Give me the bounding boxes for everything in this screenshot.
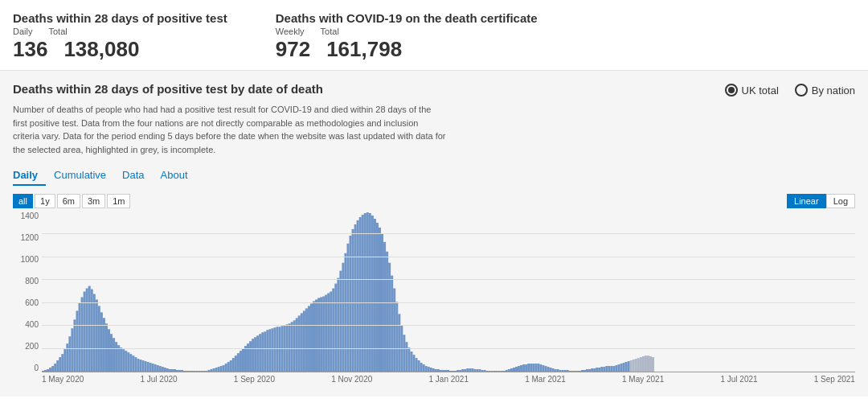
stat-value-total-0: 138,080: [63, 37, 139, 62]
chart-description: Number of deaths of people who had had a…: [13, 103, 447, 156]
y-label-400: 400: [25, 320, 39, 329]
y-label-1400: 1400: [21, 212, 39, 220]
x-label-mar-2021: 1 Mar 2021: [525, 375, 566, 384]
y-label-0: 0: [34, 364, 39, 372]
stat-title-1: Deaths with COVID-19 on the death certif…: [276, 11, 538, 25]
x-label-jan-2021: 1 Jan 2021: [429, 375, 469, 384]
x-label-jul-2020: 1 Jul 2020: [140, 375, 177, 384]
stat-value-weekly: 972: [276, 37, 310, 62]
tab-cumulative[interactable]: Cumulative: [46, 166, 114, 186]
x-label-sep-2020: 1 Sep 2020: [234, 375, 275, 384]
view-mode-radio-group: UK total By nation: [725, 82, 855, 97]
tab-data[interactable]: Data: [114, 166, 152, 186]
scale-btn-log[interactable]: Log: [826, 194, 855, 208]
chart-title: Deaths within 28 days of positive test b…: [13, 82, 323, 96]
stat-labels-0: Daily Total: [13, 27, 227, 36]
y-label-1000: 1000: [21, 255, 39, 264]
scale-buttons: Linear Log: [787, 194, 855, 208]
radio-by-nation[interactable]: By nation: [795, 84, 855, 97]
radio-label-by-nation: By nation: [812, 84, 855, 97]
chart-section: Deaths within 28 days of positive test b…: [0, 71, 868, 397]
time-btn-1y[interactable]: 1y: [35, 194, 55, 208]
y-label-800: 800: [25, 277, 39, 286]
stat-value-daily: 136: [13, 37, 47, 62]
x-label-nov-2020: 1 Nov 2020: [331, 375, 372, 384]
chart-area: 1400 1200 1000 800 600 400 200 0: [13, 212, 855, 397]
time-btn-all[interactable]: all: [13, 194, 33, 208]
y-label-1200: 1200: [21, 233, 39, 242]
stat-block-1: Deaths with COVID-19 on the death certif…: [276, 11, 538, 62]
radio-label-uk-total: UK total: [742, 84, 779, 97]
chart-inner: [42, 212, 855, 372]
tab-about[interactable]: About: [153, 166, 196, 186]
stat-value-total-1: 161,798: [326, 37, 402, 62]
time-btn-6m[interactable]: 6m: [57, 194, 80, 208]
stat-values-0: 136 138,080: [13, 37, 227, 62]
y-label-200: 200: [25, 342, 39, 351]
radio-uk-total[interactable]: UK total: [725, 84, 779, 97]
x-label-jul-2021: 1 Jul 2021: [720, 375, 757, 384]
stat-label-daily: Daily: [13, 27, 32, 36]
x-label-may-2021: 1 May 2021: [622, 375, 664, 384]
time-btn-3m[interactable]: 3m: [82, 194, 105, 208]
gridlines: [42, 212, 855, 372]
stat-label-total-0: Total: [48, 27, 67, 36]
stat-title-0: Deaths within 28 days of positive test: [13, 11, 227, 25]
x-axis: 1 May 2020 1 Jul 2020 1 Sep 2020 1 Nov 2…: [42, 372, 855, 390]
x-label-may-2020: 1 May 2020: [42, 375, 84, 384]
time-buttons: all 1y 6m 3m 1m: [13, 194, 130, 208]
y-axis: 1400 1200 1000 800 600 400 200 0: [13, 212, 42, 372]
scale-btn-linear[interactable]: Linear: [787, 194, 826, 208]
time-controls: all 1y 6m 3m 1m Linear Log: [13, 194, 855, 208]
stat-values-1: 972 161,798: [276, 37, 538, 62]
tab-daily[interactable]: Daily: [13, 166, 46, 186]
stat-label-total-1: Total: [321, 27, 339, 36]
radio-circle-by-nation: [795, 84, 808, 97]
stat-labels-1: Weekly Total: [276, 27, 538, 36]
top-stats-section: Deaths within 28 days of positive test D…: [0, 0, 868, 71]
chart-header: Deaths within 28 days of positive test b…: [13, 82, 855, 97]
radio-circle-uk-total: [725, 84, 738, 97]
y-label-600: 600: [25, 298, 39, 307]
chart-tabs: Daily Cumulative Data About: [13, 166, 855, 186]
time-btn-1m[interactable]: 1m: [107, 194, 130, 208]
stat-block-0: Deaths within 28 days of positive test D…: [13, 11, 227, 62]
stat-label-weekly: Weekly: [276, 27, 305, 36]
x-label-sep-2021: 1 Sep 2021: [814, 375, 855, 384]
